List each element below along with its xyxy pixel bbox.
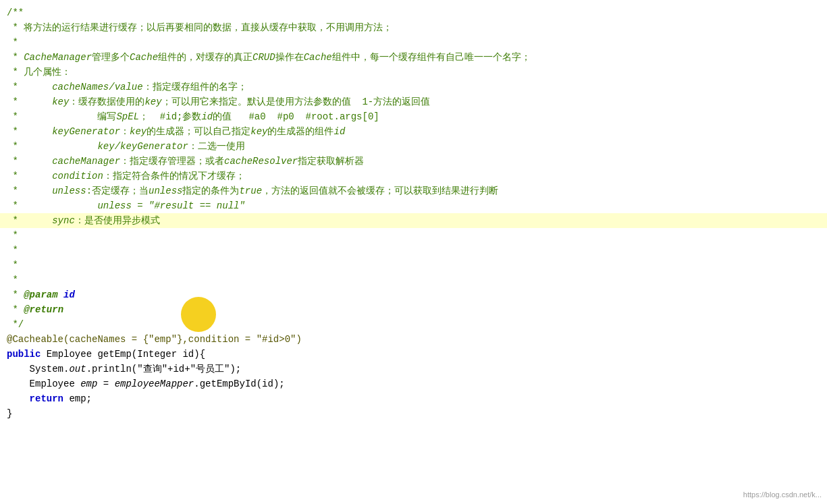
yellow-circle-decoration (181, 297, 216, 332)
code-line: * @return (0, 302, 827, 317)
code-line: * (0, 258, 827, 273)
code-line-sysout: System.out.println("查询"+id+"号员工"); (0, 362, 827, 376)
code-line: * (0, 35, 827, 50)
comment-text: * sync：是否使用异步模式 (7, 214, 160, 227)
code-line-emp-assign: Employee emp = employeeMapper.getEmpById… (0, 376, 827, 391)
code-line-highlighted: * sync：是否使用异步模式 (0, 213, 827, 228)
keyword-public: public (7, 347, 41, 361)
plain-text: .println("查询"+id+"号员工"); (86, 362, 242, 376)
comment-text: * (7, 244, 18, 257)
comment-text: * (7, 258, 18, 272)
code-editor: /** * 将方法的运行结果进行缓存；以后再要相同的数据，直接从缓存中获取，不用… (0, 0, 827, 504)
plain-text: System. (7, 362, 69, 376)
code-line: * 将方法的运行结果进行缓存；以后再要相同的数据，直接从缓存中获取，不用调用方法… (0, 20, 827, 35)
comment-text: * condition：指定符合条件的情况下才缓存； (7, 169, 245, 183)
comment-text: * key/keyGenerator：二选一使用 (7, 140, 245, 153)
out-text: out (69, 362, 86, 376)
code-line: * @param id (0, 287, 827, 302)
comment-text: * unless = "#result == null" (7, 199, 245, 213)
annotation-id-text: id (63, 288, 75, 302)
annotation-param-text: @param (24, 288, 57, 302)
annotation-return-text: @return (24, 303, 63, 316)
plain-text: Employee getEmp(Integer id){ (41, 347, 205, 361)
watermark: https://blog.csdn.net/k... (743, 491, 822, 499)
keyword-return: return (7, 392, 63, 405)
code-line: * CacheManager管理多个Cache组件的，对缓存的真正CRUD操作在… (0, 50, 827, 65)
code-line-annotation: @Cacheable(cacheNames = {"emp"},conditio… (0, 332, 827, 347)
code-line: * 编写SpEL； #id;参数id的值 #a0 #p0 #root.args[… (0, 109, 827, 124)
comment-text: * 将方法的运行结果进行缓存；以后再要相同的数据，直接从缓存中获取，不用调用方法… (7, 21, 392, 34)
comment-text: /** (7, 6, 24, 20)
code-line: * key/keyGenerator：二选一使用 (0, 139, 827, 154)
code-line: * key：缓存数据使用的key；可以用它来指定。默认是使用方法参数的值 1-方… (0, 94, 827, 109)
code-line: * (0, 273, 827, 287)
comment-text: * CacheManager管理多个Cache组件的，对缓存的真正CRUD操作在… (7, 51, 531, 64)
comment-text: * (7, 273, 18, 287)
code-line: * unless:否定缓存；当unless指定的条件为true，方法的返回值就不… (0, 184, 827, 198)
comment-text: * cacheManager：指定缓存管理器；或者cacheResolver指定… (7, 155, 364, 168)
plain-text: = (97, 377, 114, 391)
comment-text: * cacheNames/value：指定缓存组件的名字； (7, 80, 247, 94)
code-line: * cacheNames/value：指定缓存组件的名字； (0, 80, 827, 94)
comment-text: * (7, 303, 24, 316)
comment-text: * (7, 288, 24, 302)
code-line: /** (0, 5, 827, 20)
code-line: * (0, 243, 827, 258)
comment-text: * unless:否定缓存；当unless指定的条件为true，方法的返回值就不… (7, 184, 498, 198)
code-line: * unless = "#result == null" (0, 198, 827, 213)
comment-text: * 编写SpEL； #id;参数id的值 #a0 #p0 #root.args[… (7, 110, 379, 123)
comment-text (58, 288, 63, 302)
code-line: * condition：指定符合条件的情况下才缓存； (0, 169, 827, 184)
mapper-call: employeeMapper (115, 377, 194, 391)
comment-text: * (7, 229, 18, 242)
var-emp: emp (80, 377, 97, 391)
code-line-return: return emp; (0, 391, 827, 406)
cacheable-annotation: @Cacheable(cacheNames = {"emp"},conditio… (7, 333, 302, 346)
code-line-close: } (0, 406, 827, 421)
code-line: */ (0, 317, 827, 332)
comment-text: * keyGenerator：key的生成器；可以自己指定key的生成器的组件i… (7, 125, 345, 138)
plain-text: } (7, 407, 12, 420)
comment-text: */ (7, 318, 24, 331)
code-line: * cacheManager：指定缓存管理器；或者cacheResolver指定… (0, 154, 827, 169)
comment-text: * 几个属性： (7, 65, 71, 79)
code-line-method-def: public Employee getEmp(Integer id){ (0, 347, 827, 362)
comment-text: * (7, 36, 18, 49)
plain-text: .getEmpById(id); (194, 377, 284, 391)
code-line: * (0, 228, 827, 243)
code-line: * keyGenerator：key的生成器；可以自己指定key的生成器的组件i… (0, 124, 827, 139)
plain-text: Employee (7, 377, 80, 391)
code-line: * 几个属性： (0, 65, 827, 80)
plain-text: emp; (63, 392, 92, 405)
comment-text: * key：缓存数据使用的key；可以用它来指定。默认是使用方法参数的值 1-方… (7, 95, 430, 109)
